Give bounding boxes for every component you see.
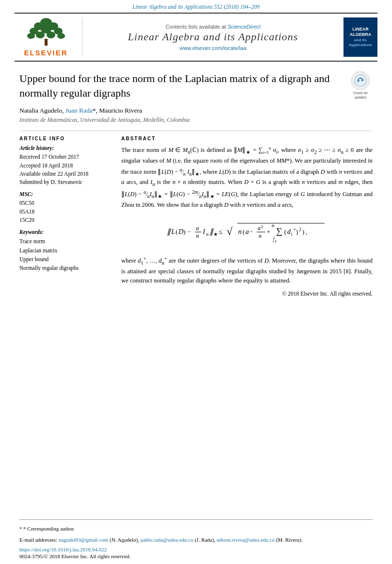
abstract-heading: ABSTRACT — [121, 136, 373, 141]
svg-text:√: √ — [227, 225, 233, 237]
sciencedirect-line: Contents lists available at ScienceDirec… — [165, 24, 261, 30]
svg-point-9 — [57, 33, 65, 39]
abstract-para-1: The trace norm of M ∈ Mn(ℂ) is defined a… — [121, 145, 373, 210]
keyword-3: Upper bound — [19, 255, 112, 264]
keyword-4: Normally regular digraphs — [19, 264, 112, 272]
article-history-heading: Article history: — [19, 145, 112, 151]
paper-title-row: Upper bound for the trace norm of the La… — [19, 71, 373, 107]
footnote-star: * — [19, 526, 22, 531]
doi-link[interactable]: https://doi.org/10.1016/j.laa.2018.04.02… — [19, 547, 373, 552]
authors-line: Natalia Agudelo, Juan Rada*, Mauricio Ri… — [19, 107, 373, 115]
email-1-link[interactable]: nagudel83@gmail.com — [59, 537, 109, 543]
article-info-heading: ARTICLE INFO — [19, 136, 112, 141]
msc-code-3: 15C20 — [19, 216, 112, 224]
svg-text:2: 2 — [299, 227, 301, 232]
svg-text:n: n — [238, 228, 242, 235]
divider-1 — [19, 131, 373, 131]
rights-line: 0024-3795/© 2018 Elsevier Inc. All right… — [19, 553, 373, 559]
journal-citation-text: Linear Algebra and its Applications 552 … — [132, 4, 260, 10]
corresponding-author-note: * * Corresponding author. — [19, 525, 373, 533]
svg-text:★: ★ — [213, 232, 218, 237]
svg-text:‖: ‖ — [167, 228, 171, 236]
journal-cover-box: LINEAR ALGEBRA and its Applications — [343, 17, 377, 57]
elsevier-brand: ELSEVIER — [24, 49, 67, 57]
formula-svg: ‖ L ( D ) − a n I n ‖ — [164, 216, 329, 248]
footer-section: * * Corresponding author. E-mail address… — [19, 519, 373, 564]
svg-text:): ) — [183, 228, 185, 235]
left-column: ARTICLE INFO Article history: Received 1… — [19, 136, 112, 298]
svg-text:,: , — [306, 228, 307, 235]
juan-rada-link[interactable]: Juan Rada — [65, 107, 93, 114]
svg-text:): ) — [302, 228, 304, 235]
svg-text:∑: ∑ — [276, 226, 282, 236]
svg-text:d: d — [287, 228, 291, 235]
svg-text:i: i — [291, 232, 293, 237]
svg-text:n: n — [196, 232, 199, 239]
email-3-link[interactable]: edison.rivera@udea.edu.co — [216, 537, 275, 543]
keyword-1: Trace norm — [19, 237, 112, 246]
keyword-2: Laplacian matrix — [19, 246, 112, 255]
svg-text:D: D — [178, 228, 183, 235]
abstract-body: The trace norm of M ∈ Mn(ℂ) is defined a… — [121, 145, 373, 298]
cover-title: LINEAR ALGEBRA and its Applications — [349, 27, 372, 48]
formula-block: ‖ L ( D ) − a n I n ‖ — [121, 216, 373, 248]
svg-point-6 — [27, 33, 35, 39]
svg-text:n: n — [206, 232, 209, 237]
svg-text:a: a — [245, 228, 249, 235]
authors-text2: *, Mauricio Rivera — [93, 107, 142, 114]
svg-text:(: ( — [176, 228, 178, 235]
check-updates-label: Check forupdates — [353, 91, 368, 100]
abstract-para-2: where d1+, …, dn+ are the outer degrees … — [121, 255, 373, 286]
paper-title-text: Upper bound for the trace norm of the La… — [19, 71, 343, 107]
svg-text:(: ( — [284, 228, 286, 235]
svg-text:a: a — [196, 225, 199, 232]
elsevier-logo-box: ELSEVIER — [15, 17, 82, 57]
email-label: E-mail addresses: — [19, 537, 57, 543]
elsevier-tree-icon — [24, 17, 68, 47]
email-2-link[interactable]: pablo.rada@udea.edu.co — [141, 537, 194, 543]
page-wrapper: Linear Algebra and its Applications 552 … — [0, 0, 392, 564]
svg-text:(: ( — [243, 228, 245, 235]
journal-citation[interactable]: Linear Algebra and its Applications 552 … — [0, 0, 392, 13]
msc-heading: MSC: — [19, 191, 112, 197]
accepted-date: Accepted 18 April 2018 — [19, 162, 112, 170]
two-column-layout: ARTICLE INFO Article history: Received 1… — [19, 136, 373, 298]
right-column: ABSTRACT The trace norm of M ∈ Mn(ℂ) is … — [121, 136, 373, 298]
svg-text:a: a — [258, 225, 261, 232]
svg-rect-10 — [45, 39, 48, 46]
svg-text:n: n — [272, 222, 275, 228]
keywords-heading: Keywords: — [19, 229, 112, 235]
svg-point-11 — [355, 75, 366, 86]
journal-title-center: Contents lists available at ScienceDirec… — [82, 17, 343, 57]
msc-code-2: 05A18 — [19, 208, 112, 216]
refresh-icon — [354, 74, 367, 87]
svg-point-8 — [47, 32, 55, 38]
msc-section: MSC: 05C50 05A18 15C20 — [19, 191, 112, 224]
svg-text:2: 2 — [261, 224, 263, 229]
journal-header: ELSEVIER Contents lists available at Sci… — [15, 13, 377, 62]
svg-text:−: − — [249, 228, 253, 235]
authors-text: Natalia Agudelo, — [19, 107, 65, 114]
paper-title: Upper bound for the trace norm of the La… — [19, 71, 343, 100]
svg-text:≤: ≤ — [219, 228, 223, 235]
journal-url[interactable]: www.elsevier.com/locate/laa — [180, 45, 246, 51]
email-2-name: (J. Rada), — [195, 537, 215, 543]
svg-text:L: L — [171, 228, 175, 235]
svg-text:n: n — [259, 232, 261, 239]
msc-code-1: 05C50 — [19, 199, 112, 207]
svg-text:+: + — [267, 228, 270, 235]
email-1-name: (N. Agudelo), — [110, 537, 139, 543]
svg-text:I: I — [202, 228, 206, 235]
corresponding-label: * Corresponding author. — [23, 526, 75, 531]
svg-text:=1: =1 — [272, 239, 277, 244]
svg-text:): ) — [296, 228, 298, 235]
affiliation-line: Instituto de Matemáticas, Universidad de… — [19, 116, 373, 124]
email-3-name: (M. Rivera). — [276, 537, 303, 543]
copyright-line: © 2018 Elsevier Inc. All rights reserved… — [121, 290, 373, 299]
sciencedirect-link[interactable]: ScienceDirect — [228, 24, 261, 30]
main-content: Upper bound for the trace norm of the La… — [0, 62, 392, 514]
check-updates-badge[interactable]: Check forupdates — [348, 71, 373, 100]
submitted-by: Submitted by D. Stevanovic — [19, 178, 112, 186]
svg-text:−: − — [187, 228, 191, 235]
keywords-section: Keywords: Trace norm Laplacian matrix Up… — [19, 229, 112, 273]
